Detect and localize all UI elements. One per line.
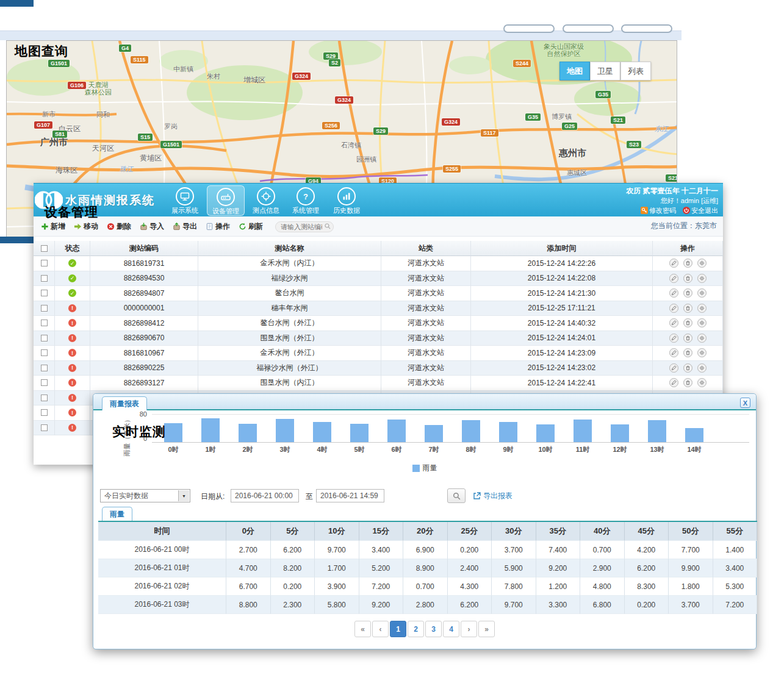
row-checkbox[interactable] [41,409,48,416]
map-view-button-satellite[interactable]: 卫星 [590,62,620,80]
page-button-2[interactable]: 2 [408,621,424,637]
edit-icon[interactable] [669,363,678,373]
nav-item-target[interactable]: 测点信息 [247,185,285,216]
page-button-1[interactable]: 1 [390,621,406,637]
settings-icon[interactable] [697,304,707,313]
prev-page-button[interactable]: ‹ [372,621,389,637]
toolbar-button-label: 导入 [149,221,164,232]
query-button[interactable] [447,488,466,503]
edit-icon[interactable] [669,274,678,283]
chevron-down-icon[interactable]: ▼ [178,490,189,501]
delete-row-icon[interactable] [683,304,692,313]
change-password-link[interactable]: 修改密码 [649,207,676,214]
row-checkbox[interactable] [41,365,48,371]
rainfall-header-cell: 20分 [403,522,448,541]
browser-tab-stub[interactable] [563,24,614,33]
edit-icon[interactable] [669,318,678,327]
settings-icon[interactable] [697,348,707,357]
logout-link[interactable]: 安全退出 [691,207,718,214]
settings-icon[interactable] [697,378,707,387]
page-button-3[interactable]: 3 [425,621,442,637]
value-cell: 6.200 [625,559,669,577]
nav-item-monitor[interactable]: 展示系统 [166,185,204,216]
row-checkbox[interactable] [41,379,48,386]
settings-icon[interactable] [697,259,707,268]
settings-icon[interactable] [697,334,707,343]
row-checkbox[interactable] [41,275,48,282]
rainfall-bar [574,420,592,442]
to-label: 至 [306,491,313,502]
station-search [275,221,334,232]
edit-icon[interactable] [669,288,678,298]
toolbar-button-operate[interactable]: 操作 [206,221,230,232]
map-view-button-map[interactable]: 地图 [559,62,590,80]
road-badge: S2 [329,59,340,66]
close-icon[interactable]: X [740,398,750,408]
delete-row-icon[interactable] [683,363,692,373]
table-header-cell [34,241,55,256]
map-place-label: 黄埔区 [140,154,162,162]
select-all-checkbox[interactable] [41,245,48,252]
export-report-link[interactable]: 导出报表 [473,491,512,501]
tab-rainfall[interactable]: 雨量 [102,507,132,521]
delete-row-icon[interactable] [683,274,692,283]
tab-rainfall-report[interactable]: 雨量报表 [102,396,147,410]
row-checkbox[interactable] [41,335,48,341]
date-from-input[interactable] [231,489,299,502]
settings-icon[interactable] [697,318,707,327]
settings-icon[interactable] [697,274,707,283]
row-checkbox[interactable] [41,424,48,431]
status-error-icon: ! [68,304,76,312]
date-to-input[interactable] [316,489,384,502]
browser-tab-stub[interactable] [503,24,555,33]
edit-icon[interactable] [669,378,678,387]
nav-item-history-chart[interactable]: 历史数据 [328,185,365,216]
toolbar-button-delete[interactable]: 删除 [107,221,131,232]
row-checkbox-cell [34,376,55,391]
move-icon [74,223,84,230]
edit-icon[interactable] [669,348,678,357]
toolbar-button-import[interactable]: 导入 [140,221,164,232]
delete-row-icon[interactable] [683,334,692,343]
toolbar-button-move[interactable]: 移动 [74,221,98,232]
row-checkbox[interactable] [41,349,48,356]
map-place-label: 珠江 [120,165,133,173]
row-checkbox[interactable] [41,260,48,266]
settings-icon[interactable] [697,288,707,298]
x-tick-label: 9时 [495,445,522,454]
delete-row-icon[interactable] [683,318,692,327]
nav-item-question[interactable]: ?系统管理 [287,185,325,216]
page-button-4[interactable]: 4 [443,621,459,637]
edit-icon[interactable] [669,334,678,343]
delete-row-icon[interactable] [683,348,692,357]
toolbar-button-refresh[interactable]: 刷新 [239,221,263,232]
map-place-label: 新市 [42,110,56,118]
delete-row-icon[interactable] [683,378,692,387]
browser-tab-stub[interactable] [621,24,672,33]
settings-icon[interactable] [697,363,707,373]
dataset-select[interactable]: 今日实时数据 ▼ [100,489,190,502]
delete-row-icon[interactable] [683,259,692,268]
value-cell: 9.700 [492,596,536,614]
delete-row-icon[interactable] [683,288,692,298]
operations-cell [653,346,723,361]
edit-icon[interactable] [669,259,678,268]
next-page-button[interactable]: › [461,621,477,637]
row-checkbox[interactable] [41,290,48,296]
nav-item-device[interactable]: 设备管理 [207,185,245,216]
row-checkbox[interactable] [41,395,48,401]
row-checkbox[interactable] [41,305,48,312]
map-view-button-list[interactable]: 列表 [620,62,651,80]
add-time-cell: 2015-12-24 14:23:02 [471,361,653,376]
station-name-cell: 鳌台水闸（外江） [198,316,381,331]
row-checkbox[interactable] [41,320,48,326]
toolbar-button-add[interactable]: 新增 [41,221,65,232]
device-icon [217,188,235,206]
edit-icon[interactable] [669,304,678,313]
first-page-button[interactable]: « [354,621,371,637]
toolbar-button-export[interactable]: 导出 [173,221,197,232]
key-icon [641,207,648,216]
map-place-label: 石湾镇 [341,141,361,149]
status-cell: ! [55,421,90,436]
last-page-button[interactable]: » [478,621,495,637]
